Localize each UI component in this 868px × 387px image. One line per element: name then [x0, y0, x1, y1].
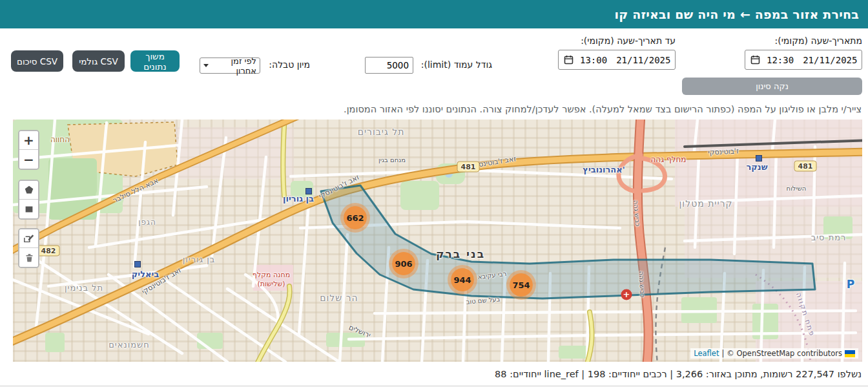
map-label: שנקר	[746, 162, 767, 172]
from-time-value[interactable]: 12:30	[767, 55, 794, 65]
trash-icon	[23, 252, 35, 264]
map-canvas[interactable]: תל גיבוריםבני ברקהר שלוםתל בנימיןבן גורי…	[13, 120, 862, 362]
edit-shape-button[interactable]	[19, 229, 38, 248]
cluster-marker[interactable]: 754	[510, 273, 533, 297]
zoom-out-button[interactable]: −	[19, 150, 38, 169]
map-label: מחלף גהה	[651, 155, 687, 164]
map-attribution: Leaflet | © OpenStreetMap contributors	[690, 348, 858, 359]
map-label: מחנה מקלף	[253, 271, 290, 279]
limit-label: גודל עמוד (limit):	[421, 59, 492, 70]
page-title: בחירת אזור במפה ← מי היה שם ובאיזה קו	[614, 7, 859, 21]
map-label: מנחם בגין	[378, 156, 406, 163]
map-label: החווה	[50, 135, 70, 144]
filter-bar: מתאריך-שעה (מקומי): 12:30 21/11/2025 עד …	[0, 28, 868, 102]
from-datetime-input[interactable]: 12:30 21/11/2025	[745, 50, 862, 70]
map-label: קריית מטלון	[679, 198, 733, 209]
edit-icon	[23, 233, 35, 244]
cluster-marker[interactable]: 906	[392, 252, 415, 275]
draw-rectangle-button[interactable]	[19, 200, 38, 218]
map-label: חשמונאים	[108, 340, 150, 350]
edit-control	[18, 228, 39, 268]
map-label: ביאליק	[132, 269, 160, 279]
delete-shape-button[interactable]	[19, 248, 38, 267]
map-label: ז'בוטינסקי	[708, 147, 739, 156]
polygon-icon	[23, 184, 35, 196]
map-label: בן גוריון	[183, 255, 215, 264]
csv-raw-button[interactable]: CSV גולמי	[72, 50, 125, 72]
draw-control	[18, 180, 39, 220]
map-label	[756, 155, 762, 162]
draw-instruction-text: צייר/י מלבן או פוליגון על המפה (כפתור הר…	[0, 102, 868, 120]
map-label: אהרונוביץ'	[583, 165, 625, 174]
map-label	[134, 261, 141, 267]
map-label: כביש גהה	[637, 271, 646, 297]
to-time-value[interactable]: 13:00	[580, 55, 607, 65]
to-datetime-input[interactable]: 13:00 21/11/2025	[558, 50, 676, 70]
from-date-value[interactable]: 21/11/2025	[803, 55, 857, 65]
chevron-down-icon	[203, 64, 209, 67]
map-label: 481	[457, 162, 480, 173]
map-base-layer	[13, 120, 862, 362]
map-label: בני ברק	[436, 247, 485, 260]
rectangle-icon	[23, 204, 35, 215]
from-datetime-label: מתאריך-שעה (מקומי):	[775, 36, 863, 46]
map-label: תל גיבורים	[358, 127, 405, 137]
map-label: תל בנימין	[65, 283, 103, 293]
calendar-icon[interactable]	[564, 55, 574, 65]
map-label: 482	[37, 246, 60, 256]
app-header: בחירת אזור במפה ← מי היה שם ובאיזה קו	[0, 0, 868, 28]
map-label: השילוח	[787, 185, 807, 192]
zoom-control: + −	[18, 130, 39, 170]
clear-filter-button[interactable]: נקה סינון	[682, 78, 862, 95]
fetch-data-button[interactable]: משוך נתונים	[130, 50, 180, 72]
status-line: נשלפו 227,547 רשומות, מתוכן באזור: 3,266…	[0, 369, 868, 379]
map-label: +	[621, 289, 632, 300]
zoom-in-button[interactable]: +	[19, 131, 38, 150]
leaflet-link[interactable]: Leaflet	[694, 349, 719, 358]
sort-label: מיון טבלה:	[269, 59, 310, 70]
sort-select[interactable]: לפי זמן אחרון	[200, 58, 260, 74]
sort-selected-value: לפי זמן אחרון	[209, 56, 256, 76]
osm-attribution-link[interactable]: © OpenStreetMap contributors	[727, 349, 842, 358]
map-label: 481	[794, 161, 817, 172]
map-label: (שלישות)	[257, 280, 285, 288]
to-date-value[interactable]: 21/11/2025	[616, 55, 670, 65]
cluster-marker[interactable]: 662	[344, 206, 367, 229]
map-label: בן גוריון	[283, 194, 314, 204]
map-label: הר שלום	[320, 293, 358, 303]
to-datetime-label: עד תאריך-שעה (מקומי):	[581, 36, 676, 46]
csv-summary-button[interactable]: CSV סיכום	[11, 50, 63, 72]
limit-input[interactable]	[365, 57, 413, 74]
map-label: רמת סיב	[811, 233, 847, 242]
attribution-separator: |	[721, 349, 724, 358]
calendar-icon[interactable]	[750, 55, 760, 65]
cluster-marker[interactable]: 944	[451, 268, 474, 291]
map-label: הגפן	[138, 218, 156, 227]
map-label: P	[847, 278, 854, 291]
ukraine-flag-icon	[845, 350, 855, 357]
draw-polygon-button[interactable]	[19, 181, 38, 200]
map-label	[305, 188, 312, 194]
